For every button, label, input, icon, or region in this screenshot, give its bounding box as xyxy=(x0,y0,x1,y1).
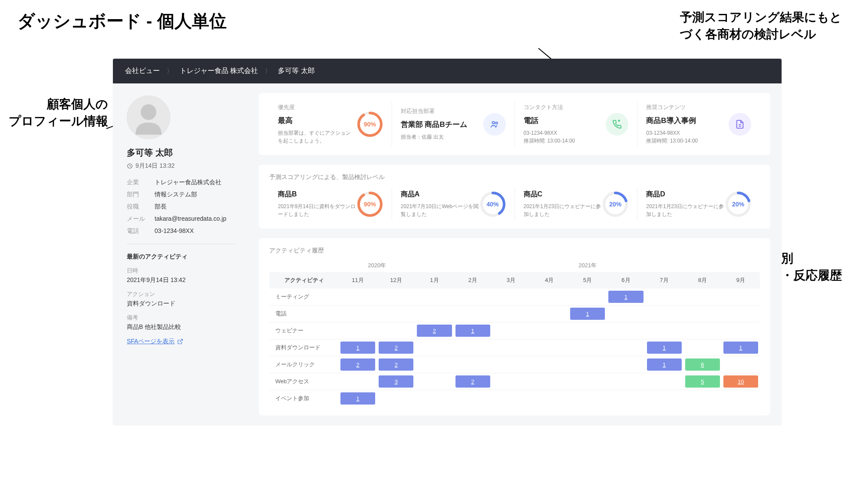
score-desc: 2021年7月10日にWebページを閲覧しました xyxy=(401,202,480,218)
history-cell[interactable]: 1 xyxy=(645,356,683,373)
history-cell-empty xyxy=(568,373,607,390)
history-cell[interactable]: 2 xyxy=(339,356,377,373)
history-cell-empty xyxy=(645,373,683,390)
history-cell[interactable]: 1 xyxy=(339,339,377,356)
history-row-label: Webアクセス xyxy=(269,373,339,390)
history-cell[interactable]: 1 xyxy=(607,289,645,305)
history-cell-empty xyxy=(415,356,453,373)
history-row: Webアクセス32510 xyxy=(269,373,760,390)
history-row-label: 資料ダウンロード xyxy=(269,339,339,356)
history-cell[interactable]: 1 xyxy=(645,339,683,356)
breadcrumb-person[interactable]: 多可等 太郎 xyxy=(278,66,314,76)
history-cell-empty xyxy=(530,289,568,305)
history-cell[interactable]: 1 xyxy=(454,322,492,339)
history-cell-empty xyxy=(530,305,568,322)
history-cell-empty xyxy=(607,322,645,339)
history-cell-empty xyxy=(454,289,492,305)
history-cell[interactable]: 5 xyxy=(683,373,722,390)
history-row-label: ミーティング xyxy=(269,289,339,305)
history-cell-empty xyxy=(607,373,645,390)
history-month: 2月 xyxy=(454,272,492,289)
history-cell[interactable]: 2 xyxy=(454,373,492,390)
history-activity-header: アクティビティ xyxy=(269,272,339,289)
history-month: 9月 xyxy=(722,272,760,289)
score-name: 商品D xyxy=(646,190,725,199)
score-desc: 2021年1月23日にウェビナーに参加しました xyxy=(524,202,603,218)
score-item: 商品B2021年9月14日に資料をダウンロードしました90% xyxy=(269,188,392,220)
score-desc: 2021年1月23日にウェビナーに参加しました xyxy=(646,202,725,218)
person-name: 多可等 太郎 xyxy=(127,147,235,159)
annotation-scoring: 予測スコアリング結果にもとづく各商材の検討レベル xyxy=(680,9,842,43)
history-cell-empty xyxy=(339,322,377,339)
history-cell-empty xyxy=(339,289,377,305)
score-name: 商品B xyxy=(278,190,357,199)
chevron-right-icon: 〉 xyxy=(265,67,271,75)
history-cell-empty xyxy=(683,339,722,356)
history-cell-empty xyxy=(722,390,760,407)
sfa-link[interactable]: SFAページを表示 xyxy=(127,338,183,345)
history-cell-empty xyxy=(568,289,607,305)
history-month: 6月 xyxy=(607,272,645,289)
external-link-icon xyxy=(177,338,183,345)
breadcrumb-root[interactable]: 会社ビュー xyxy=(125,66,160,76)
priority-ring: 90% xyxy=(357,111,383,137)
history-cell[interactable]: 2 xyxy=(377,339,415,356)
history-row: ミーティング1 xyxy=(269,289,760,305)
breadcrumb: 会社ビュー 〉 トレジャー食品 株式会社 〉 多可等 太郎 xyxy=(113,59,782,83)
phone-icon xyxy=(606,113,628,136)
history-row: 資料ダウンロード1211 xyxy=(269,339,760,356)
score-name: 商品C xyxy=(524,190,603,199)
history-cell[interactable]: 6 xyxy=(683,356,722,373)
history-year: 2020年 xyxy=(339,262,415,272)
chevron-right-icon: 〉 xyxy=(167,67,173,75)
history-cell[interactable]: 10 xyxy=(722,373,760,390)
history-cell[interactable]: 3 xyxy=(377,373,415,390)
history-cell-empty xyxy=(568,390,607,407)
latest-activity-title: 最新のアクティビティ xyxy=(127,253,235,261)
breadcrumb-company[interactable]: トレジャー食品 株式会社 xyxy=(180,66,258,76)
history-cell-empty xyxy=(530,339,568,356)
history-row: 電話1 xyxy=(269,305,760,322)
history-row-label: メールクリック xyxy=(269,356,339,373)
metrics-card: 優先度 最高 担当部署は、すぐにアクションを起こしましょう。 90% 対応担当部… xyxy=(259,93,770,155)
history-cell-empty xyxy=(454,305,492,322)
history-cell-empty xyxy=(568,356,607,373)
history-cell-empty xyxy=(415,390,453,407)
history-cell-empty xyxy=(645,322,683,339)
history-cell[interactable]: 2 xyxy=(377,356,415,373)
history-cell-empty xyxy=(530,390,568,407)
score-name: 商品A xyxy=(401,190,480,199)
score-desc: 2021年9月14日に資料をダウンロードしました xyxy=(278,202,357,218)
history-cell[interactable]: 1 xyxy=(722,339,760,356)
history-cell-empty xyxy=(492,289,530,305)
history-cell-empty xyxy=(683,322,722,339)
history-cell-empty xyxy=(492,356,530,373)
history-cell-empty xyxy=(415,305,453,322)
history-cell-empty xyxy=(377,305,415,322)
history-cell[interactable]: 1 xyxy=(568,305,607,322)
history-cell-empty xyxy=(454,390,492,407)
history-cell-empty xyxy=(530,373,568,390)
history-row-label: 電話 xyxy=(269,305,339,322)
history-cell[interactable]: 2 xyxy=(415,322,453,339)
history-cell-empty xyxy=(415,339,453,356)
history-cell-empty xyxy=(683,305,722,322)
scoring-title: 予測スコアリングによる、製品検討レベル xyxy=(269,173,760,181)
history-cell-empty xyxy=(377,322,415,339)
history-cell-empty xyxy=(415,289,453,305)
score-ring: 90% xyxy=(357,191,383,217)
history-cell-empty xyxy=(454,356,492,373)
history-cell-empty xyxy=(415,373,453,390)
history-cell-empty xyxy=(377,390,415,407)
history-month: 3月 xyxy=(492,272,530,289)
metric-contact: コンタクト方法 電話 03-1234-98XX推奨時間: 13:00-14:00 xyxy=(515,102,638,146)
avatar xyxy=(127,96,170,139)
metric-owner: 対応担当部署 営業部 商品Bチーム 担当者：佐藤 出太 xyxy=(392,102,515,146)
history-row: メールクリック2216 xyxy=(269,356,760,373)
history-cell[interactable]: 1 xyxy=(339,390,377,407)
profile-sidebar: 多可等 太郎 9月14日 13:32 企業トレジャー食品株式会社 部門情報システ… xyxy=(113,83,248,425)
history-cell-empty xyxy=(492,305,530,322)
history-cell-empty xyxy=(492,339,530,356)
main-content: 優先度 最高 担当部署は、すぐにアクションを起こしましょう。 90% 対応担当部… xyxy=(248,83,782,425)
history-cell-empty xyxy=(492,322,530,339)
